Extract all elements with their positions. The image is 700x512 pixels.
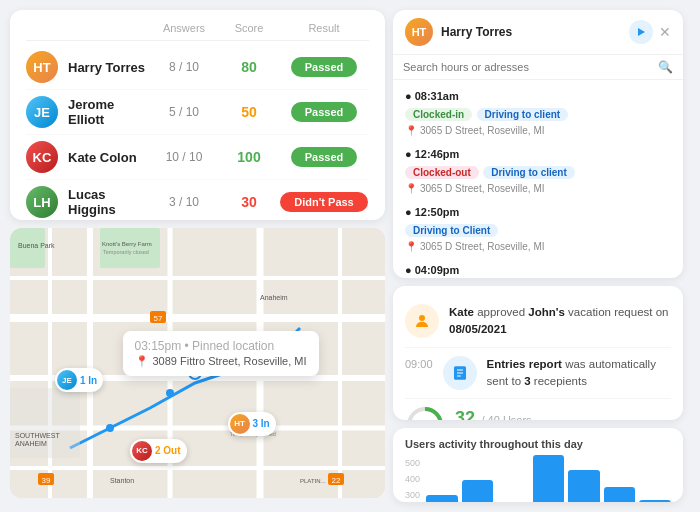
chart-bar bbox=[533, 455, 565, 503]
chart-bar bbox=[568, 470, 600, 503]
user-name: Kate Colon bbox=[68, 150, 137, 165]
map-callout: 03:15pm • Pinned location 📍 3089 Fittro … bbox=[123, 331, 319, 376]
timeline-avatar: HT bbox=[405, 18, 433, 46]
quiz-row: KC Kate Colon 10 / 10 100 Passed bbox=[26, 135, 369, 180]
result-badge: Passed bbox=[291, 147, 358, 167]
activity-chart-panel: Users activity throughout this day 50040… bbox=[393, 428, 683, 503]
quiz-row: JE Jerome Elliott 5 / 10 50 Passed bbox=[26, 90, 369, 135]
chart-bar bbox=[462, 480, 494, 503]
chart-bar-group: 3 bbox=[568, 470, 600, 503]
svg-text:39: 39 bbox=[42, 476, 51, 485]
timeline-search-input[interactable] bbox=[403, 61, 652, 73]
svg-text:SOUTHWEST: SOUTHWEST bbox=[15, 432, 60, 439]
chart-bar bbox=[604, 487, 636, 503]
tl-address: 📍3065 D Street, Roseville, MI bbox=[405, 125, 671, 136]
tl-status-chip: Clocked-out bbox=[405, 166, 479, 179]
svg-marker-37 bbox=[638, 28, 645, 36]
quiz-header: Answers Score Result bbox=[26, 22, 369, 41]
svg-point-11 bbox=[106, 424, 114, 432]
tl-time: ● 08:31am bbox=[405, 90, 671, 102]
avatar: JE bbox=[26, 96, 58, 128]
col-name bbox=[26, 22, 149, 34]
user-name: Lucas Higgins bbox=[68, 187, 149, 217]
tl-time: ● 12:50pm bbox=[405, 206, 671, 218]
chart-bar-group: 6 bbox=[639, 500, 671, 503]
svg-text:ANAHEIM: ANAHEIM bbox=[15, 440, 47, 447]
chart-bar-group: 29 bbox=[462, 480, 494, 503]
svg-rect-18 bbox=[10, 388, 80, 458]
chart-bar-group: 4 bbox=[604, 487, 636, 503]
result-badge: Passed bbox=[291, 57, 358, 77]
tl-action-chip: Driving to Client bbox=[405, 224, 498, 237]
avatar: HT bbox=[26, 51, 58, 83]
notification-time: 09:00 bbox=[405, 356, 433, 370]
quiz-answers: 3 / 10 bbox=[149, 195, 219, 209]
right-column: HT Harry Torres ✕ 🔍 ● 08:31am Clocked-in… bbox=[393, 10, 683, 502]
map-pin-3[interactable]: HT 3 In bbox=[228, 412, 276, 436]
timeline-entry: ● 12:46pm Clocked-out Driving to client … bbox=[393, 142, 683, 200]
svg-text:Stanton: Stanton bbox=[110, 477, 134, 484]
notification-entries: 09:00 Entries report was automatically s… bbox=[405, 348, 671, 400]
notification-text: Kate approved John's vacation request on… bbox=[449, 304, 671, 339]
quiz-score: 80 bbox=[219, 59, 279, 75]
quiz-results-panel: Answers Score Result HT Harry Torres 8 /… bbox=[10, 10, 385, 220]
quiz-row: HT Harry Torres 8 / 10 80 Passed bbox=[26, 45, 369, 90]
user-info: JE Jerome Elliott bbox=[26, 96, 149, 128]
close-icon[interactable]: ✕ bbox=[659, 24, 671, 40]
quiz-answers: 8 / 10 bbox=[149, 60, 219, 74]
timeline-search[interactable]: 🔍 bbox=[393, 55, 683, 80]
notification-icon bbox=[405, 304, 439, 338]
callout-time: 03:15pm • Pinned location bbox=[135, 339, 307, 353]
quiz-row: LH Lucas Higgins 3 / 10 30 Didn't Pass bbox=[26, 180, 369, 220]
svg-text:57: 57 bbox=[154, 314, 163, 323]
y-axis-label: 300 bbox=[405, 490, 420, 500]
timeline-entry: ● 12:50pm Driving to Client 📍3065 D Stre… bbox=[393, 200, 683, 258]
svg-point-38 bbox=[419, 315, 425, 321]
map-pin-1[interactable]: JE 1 In bbox=[55, 368, 103, 392]
timeline-header: HT Harry Torres ✕ bbox=[393, 10, 683, 55]
progress-donut-completed: 80% bbox=[405, 405, 445, 419]
y-axis-label: 500 bbox=[405, 458, 420, 468]
timeline-panel: HT Harry Torres ✕ 🔍 ● 08:31am Clocked-in… bbox=[393, 10, 683, 278]
timeline-user: HT Harry Torres bbox=[405, 18, 512, 46]
user-info: KC Kate Colon bbox=[26, 141, 149, 173]
col-result: Result bbox=[279, 22, 369, 34]
tl-action-chip: Driving to client bbox=[483, 166, 575, 179]
quiz-score: 30 bbox=[219, 194, 279, 210]
chart-bar bbox=[426, 495, 458, 503]
svg-text:22: 22 bbox=[332, 476, 341, 485]
user-name: Harry Torres bbox=[68, 60, 145, 75]
col-answers: Answers bbox=[149, 22, 219, 34]
quiz-result: Passed bbox=[279, 57, 369, 77]
tl-status-chip: Clocked-in bbox=[405, 108, 472, 121]
chart-bar bbox=[639, 500, 671, 503]
svg-point-12 bbox=[166, 389, 174, 397]
quiz-result: Didn't Pass bbox=[279, 192, 369, 212]
timeline-entry: ● 04:09pm bbox=[393, 258, 683, 278]
timeline-play-button[interactable] bbox=[629, 20, 653, 44]
svg-text:Temporarily closed: Temporarily closed bbox=[103, 249, 149, 255]
timeline-entry: ● 08:31am Clocked-in Driving to client 📍… bbox=[393, 84, 683, 142]
search-icon: 🔍 bbox=[658, 60, 673, 74]
quiz-score: 50 bbox=[219, 104, 279, 120]
svg-text:Buena Park: Buena Park bbox=[18, 242, 55, 249]
notification-kate: Kate approved John's vacation request on… bbox=[405, 296, 671, 348]
timeline-entries: ● 08:31am Clocked-in Driving to client 📍… bbox=[393, 80, 683, 278]
svg-text:Knott's Berry Farm: Knott's Berry Farm bbox=[102, 241, 152, 247]
y-axis-label: 400 bbox=[405, 474, 420, 484]
tl-address: 📍3065 D Street, Roseville, MI bbox=[405, 183, 671, 194]
result-badge: Passed bbox=[291, 102, 358, 122]
notification-icon-entries bbox=[443, 356, 477, 390]
progress-info-completed: 32 / 40 Users Have completed bbox=[455, 408, 671, 419]
svg-text:PLATIN...: PLATIN... bbox=[300, 478, 326, 484]
user-info: LH Lucas Higgins bbox=[26, 186, 149, 218]
user-name: Jerome Elliott bbox=[68, 97, 149, 127]
notifications-panel: Kate approved John's vacation request on… bbox=[393, 286, 683, 419]
tl-time: ● 12:46pm bbox=[405, 148, 671, 160]
svg-rect-17 bbox=[100, 228, 160, 268]
chart-bars: 27 29 1 2 3 4 6 bbox=[426, 458, 671, 503]
result-badge: Didn't Pass bbox=[280, 192, 367, 212]
map-pin-2[interactable]: KC 2 Out bbox=[130, 439, 187, 463]
timeline-username: Harry Torres bbox=[441, 25, 512, 39]
map-background: Buena Park Knott's Berry Farm Temporaril… bbox=[10, 228, 385, 498]
